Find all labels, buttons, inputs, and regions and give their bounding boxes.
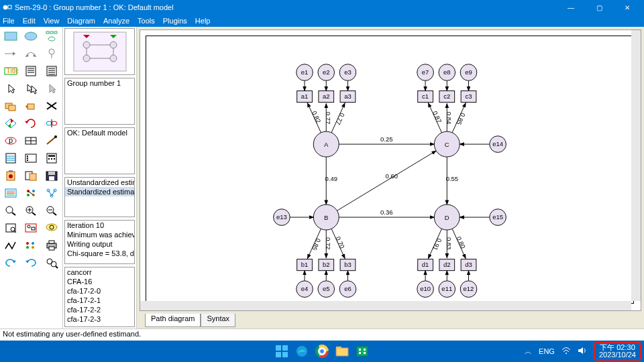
tool-copy-clip[interactable]: [21, 168, 40, 184]
tool-print[interactable]: [42, 237, 61, 253]
vertical-scrollbar[interactable]: [631, 30, 641, 301]
tray-clock[interactable]: 下午 02:30 2023/10/24: [594, 342, 641, 361]
tool-error[interactable]: [42, 46, 61, 62]
files-panel[interactable]: cancorr CFA-16 cfa-17-2-0 cfa-17-2-1 cfa…: [64, 267, 135, 327]
tray-chevron-icon[interactable]: ︿: [525, 347, 532, 357]
file-item[interactable]: cfa-17-2-3: [65, 314, 134, 324]
taskbar-chrome-icon[interactable]: [315, 344, 329, 359]
menu-tools[interactable]: Tools: [138, 17, 155, 25]
tool-rotate[interactable]: [21, 115, 40, 131]
tool-drag-props[interactable]: [21, 185, 40, 201]
tool-scroll[interactable]: [21, 133, 40, 149]
file-item[interactable]: cfa-17-2-2: [65, 305, 134, 314]
tool-preserve-sym[interactable]: [42, 185, 61, 201]
tool-rectangle[interactable]: [1, 28, 20, 44]
tool-bayes[interactable]: [1, 237, 20, 253]
menu-edit[interactable]: Edit: [23, 17, 36, 25]
tray-wifi-icon[interactable]: [561, 347, 571, 356]
tool-analysis-props[interactable]: [21, 150, 40, 166]
tool-covariance[interactable]: [21, 46, 40, 62]
tool-erase[interactable]: [42, 98, 61, 114]
file-item[interactable]: CFA-16: [65, 277, 134, 286]
tool-list-vars2[interactable]: [42, 63, 61, 79]
svg-point-112: [83, 55, 90, 62]
svg-text:d2: d2: [443, 261, 451, 268]
menu-view[interactable]: View: [44, 17, 60, 25]
path-diagram[interactable]: 0.250.490.600.360.550.82a1e10.77a2e20.77…: [146, 36, 634, 304]
menu-file[interactable]: File: [3, 17, 15, 25]
estimates-panel[interactable]: Unstandardized estimates Standardized es…: [64, 177, 135, 217]
tool-multigroup[interactable]: [21, 237, 40, 253]
tab-path-diagram[interactable]: Path diagram: [145, 314, 201, 327]
tool-touch-up[interactable]: [42, 133, 61, 149]
model-item[interactable]: OK: Default model: [65, 128, 134, 137]
tool-undo[interactable]: [1, 255, 20, 271]
taskbar-explorer-icon[interactable]: [335, 344, 350, 359]
models-panel[interactable]: OK: Default model: [64, 127, 135, 174]
tool-calculate[interactable]: [42, 150, 61, 166]
horizontal-scrollbar[interactable]: [140, 301, 631, 310]
tool-redo[interactable]: [21, 255, 40, 271]
tool-blank3[interactable]: [42, 272, 61, 288]
canvas-viewport[interactable]: 0.250.490.600.360.550.82a1e10.77a2e20.77…: [140, 29, 641, 311]
estimates-std[interactable]: Standardized estimates: [65, 187, 134, 196]
menu-plugins[interactable]: Plugins: [163, 17, 187, 25]
tool-blank1[interactable]: [1, 272, 20, 288]
tool-zoom-page[interactable]: [1, 220, 20, 236]
tool-object-props[interactable]: [1, 185, 20, 201]
tool-move[interactable]: [21, 98, 40, 114]
tool-data-file[interactable]: [1, 150, 20, 166]
tool-zoom-in[interactable]: [21, 202, 40, 219]
svg-text:p: p: [9, 136, 13, 144]
tool-clipboard[interactable]: [1, 168, 20, 184]
svg-rect-65: [49, 176, 54, 180]
tool-loupe[interactable]: [42, 220, 61, 236]
start-button[interactable]: [274, 344, 289, 359]
tray-volume-icon[interactable]: [578, 347, 587, 356]
svg-marker-249: [578, 347, 583, 354]
menu-diagram[interactable]: Diagram: [67, 17, 95, 25]
tool-fit-page[interactable]: [21, 220, 40, 236]
tool-zoom-select[interactable]: [1, 202, 20, 219]
file-item[interactable]: cancorr: [65, 267, 134, 277]
tool-blank2[interactable]: [21, 272, 40, 288]
model-thumbnail[interactable]: [64, 28, 135, 75]
tool-list-vars[interactable]: [21, 63, 40, 79]
tool-move-param[interactable]: p: [1, 133, 20, 149]
svg-text:0.25: 0.25: [380, 135, 392, 143]
svg-text:0.49: 0.49: [325, 175, 337, 182]
tool-duplicate[interactable]: [1, 98, 20, 114]
tool-path[interactable]: [1, 46, 20, 62]
close-button[interactable]: ✕: [613, 0, 641, 15]
tool-select-all[interactable]: [21, 80, 40, 97]
menubar: File Edit View Diagram Analyze Tools Plu…: [0, 15, 644, 27]
taskbar-edge-icon[interactable]: [294, 344, 309, 359]
tool-reflect[interactable]: [42, 115, 61, 131]
groups-panel[interactable]: Group number 1: [64, 78, 135, 125]
svg-text:D: D: [445, 214, 449, 221]
taskbar-app-icon[interactable]: [355, 344, 370, 359]
estimates-unstd[interactable]: Unstandardized estimates: [65, 178, 134, 187]
tool-ellipse[interactable]: [21, 28, 40, 44]
svg-rect-246: [359, 352, 361, 354]
tab-syntax[interactable]: Syntax: [201, 314, 235, 327]
maximize-button[interactable]: ▢: [585, 0, 613, 15]
menu-help[interactable]: Help: [195, 17, 211, 25]
tool-zoom-out[interactable]: [42, 202, 61, 219]
tool-title[interactable]: Title: [1, 63, 20, 79]
tool-save[interactable]: [42, 168, 61, 184]
tool-deselect[interactable]: [42, 80, 61, 97]
minimize-button[interactable]: ―: [557, 0, 585, 15]
tool-shape-change[interactable]: [1, 115, 20, 131]
group-item[interactable]: Group number 1: [65, 78, 134, 88]
tray-lang[interactable]: ENG: [539, 347, 555, 355]
menu-analyze[interactable]: Analyze: [103, 17, 129, 25]
file-item[interactable]: cfa-17-2-0: [65, 286, 134, 296]
output-log[interactable]: Iteration 10 Minimum was achiev Writing …: [64, 220, 135, 264]
svg-text:e10: e10: [420, 285, 431, 292]
tool-select-one[interactable]: [1, 80, 20, 97]
file-item[interactable]: cfa-17-2-1: [65, 296, 134, 305]
app-icon: [3, 3, 12, 12]
tool-spec-search[interactable]: [42, 255, 61, 271]
tool-latent-indicator[interactable]: [42, 28, 61, 44]
